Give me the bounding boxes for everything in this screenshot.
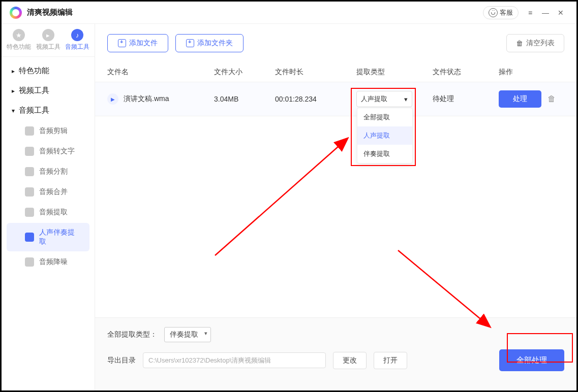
title-bar: 清爽视频编辑 客服 ≡ — ✕ bbox=[2, 2, 576, 24]
process-all-button[interactable]: 全部处理 bbox=[499, 349, 564, 371]
trash-icon: 🗑 bbox=[516, 39, 523, 47]
mic-icon bbox=[25, 147, 34, 156]
customer-service-button[interactable]: 客服 bbox=[483, 6, 519, 19]
nav-group-video[interactable]: 视频工具 bbox=[4, 81, 93, 101]
toolbar: 添加文件 添加文件夹 🗑清空列表 bbox=[95, 24, 576, 62]
minimize-icon[interactable]: — bbox=[538, 5, 553, 20]
nav-item-vocal-extract[interactable]: 人声伴奏提取 bbox=[7, 223, 89, 251]
music-icon: ♪ bbox=[71, 29, 83, 41]
export-path-input[interactable] bbox=[143, 352, 326, 368]
nav-item-audio-split[interactable]: 音频分割 bbox=[7, 162, 89, 181]
col-status: 文件状态 bbox=[433, 68, 499, 77]
extract-type-value: 人声提取 bbox=[361, 94, 387, 104]
top-tab-audio[interactable]: ♪ 音频工具 bbox=[63, 29, 92, 51]
nav-item-audio-merge[interactable]: 音频合并 bbox=[7, 182, 89, 202]
table-header: 文件名 文件大小 文件时长 提取类型 文件状态 操作 bbox=[95, 62, 576, 82]
nav-item-audio-cut[interactable]: 音频剪辑 bbox=[7, 121, 89, 141]
nav-tree: 特色功能 视频工具 音频工具 音频剪辑 音频转文字 音频分割 音频合并 音频提取… bbox=[2, 57, 95, 277]
top-tab-video[interactable]: ▸ 视频工具 bbox=[34, 29, 63, 51]
file-status: 待处理 bbox=[433, 94, 499, 104]
col-operation: 操作 bbox=[499, 68, 564, 77]
nav-group-audio[interactable]: 音频工具 bbox=[4, 101, 93, 120]
chevron-down-icon: ▾ bbox=[404, 95, 408, 103]
extract-type-dropdown: 全部提取 人声提取 伴奏提取 bbox=[357, 108, 413, 164]
extract-icon bbox=[25, 208, 34, 217]
file-plus-icon bbox=[118, 39, 126, 47]
app-title: 清爽视频编辑 bbox=[27, 8, 73, 17]
nav-group-special[interactable]: 特色功能 bbox=[4, 61, 93, 81]
nav-item-audio-to-text[interactable]: 音频转文字 bbox=[7, 142, 89, 161]
main-panel: 添加文件 添加文件夹 🗑清空列表 文件名 文件大小 文件时长 提取类型 文件状态… bbox=[95, 24, 576, 390]
cut-icon bbox=[25, 126, 34, 136]
extract-type-select[interactable]: 人声提取 ▾ 全部提取 人声提取 伴奏提取 bbox=[356, 91, 412, 107]
customer-service-label: 客服 bbox=[500, 8, 513, 17]
denoise-icon bbox=[25, 257, 34, 267]
close-icon[interactable]: ✕ bbox=[553, 5, 568, 20]
app-logo-icon bbox=[10, 7, 22, 19]
top-tab-label: 音频工具 bbox=[65, 43, 89, 51]
add-file-button[interactable]: 添加文件 bbox=[107, 34, 168, 52]
vocal-icon bbox=[25, 233, 34, 242]
dropdown-option-accomp[interactable]: 伴奏提取 bbox=[357, 145, 412, 163]
play-icon[interactable]: ▶ bbox=[107, 93, 118, 105]
add-folder-button[interactable]: 添加文件夹 bbox=[175, 34, 244, 52]
file-name: 演讲文稿.wma bbox=[124, 94, 169, 104]
nav-item-audio-denoise[interactable]: 音频降噪 bbox=[7, 252, 89, 272]
merge-icon bbox=[25, 187, 34, 197]
dropdown-option-all[interactable]: 全部提取 bbox=[357, 108, 412, 126]
dropdown-option-vocal[interactable]: 人声提取 bbox=[357, 126, 412, 145]
top-tabs: ★ 特色功能 ▸ 视频工具 ♪ 音频工具 bbox=[2, 24, 95, 57]
file-duration: 00:01:28.234 bbox=[275, 95, 356, 103]
clear-list-button[interactable]: 🗑清空列表 bbox=[506, 34, 564, 52]
col-duration: 文件时长 bbox=[275, 68, 356, 77]
top-tab-label: 特色功能 bbox=[7, 43, 31, 51]
star-icon: ★ bbox=[13, 29, 25, 41]
col-type: 提取类型 bbox=[356, 68, 433, 77]
export-path-label: 导出目录 bbox=[107, 356, 136, 365]
all-type-label: 全部提取类型： bbox=[107, 330, 157, 339]
top-tab-special[interactable]: ★ 特色功能 bbox=[5, 29, 33, 51]
process-button[interactable]: 处理 bbox=[499, 90, 541, 108]
file-size: 3.04MB bbox=[214, 95, 275, 103]
split-icon bbox=[25, 167, 34, 176]
menu-icon[interactable]: ≡ bbox=[523, 5, 538, 20]
table-row: ▶ 演讲文稿.wma 3.04MB 00:01:28.234 人声提取 ▾ 全部… bbox=[95, 82, 576, 116]
footer: 全部提取类型： 伴奏提取 导出目录 更改 打开 全部处理 bbox=[95, 317, 576, 390]
col-name: 文件名 bbox=[107, 68, 214, 77]
nav-item-audio-extract[interactable]: 音频提取 bbox=[7, 203, 89, 222]
folder-plus-icon bbox=[186, 39, 194, 47]
delete-icon[interactable]: 🗑 bbox=[547, 94, 556, 104]
smile-icon bbox=[489, 8, 498, 17]
sidebar: ★ 特色功能 ▸ 视频工具 ♪ 音频工具 特色功能 视频工具 音频工具 音频剪辑… bbox=[2, 24, 95, 390]
video-icon: ▸ bbox=[42, 29, 54, 41]
change-path-button[interactable]: 更改 bbox=[333, 352, 367, 369]
all-type-select[interactable]: 伴奏提取 bbox=[164, 327, 211, 342]
top-tab-label: 视频工具 bbox=[36, 43, 60, 51]
open-path-button[interactable]: 打开 bbox=[374, 352, 407, 369]
col-size: 文件大小 bbox=[214, 68, 275, 77]
